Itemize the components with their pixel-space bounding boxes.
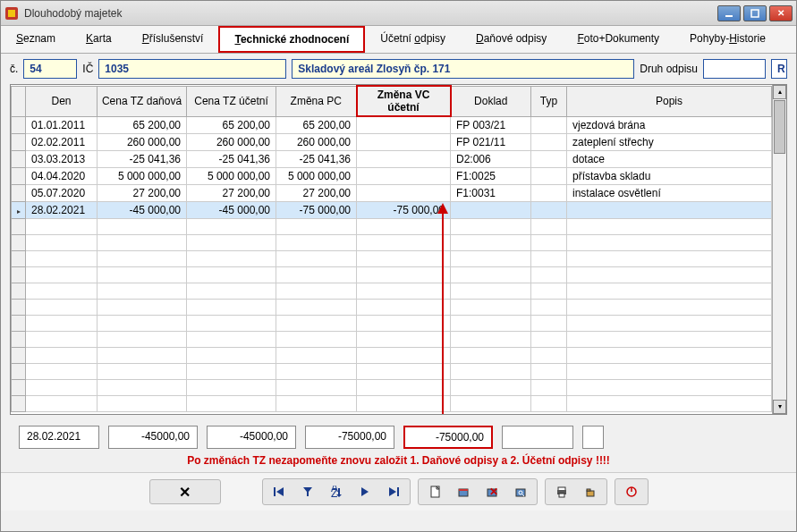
cell-pop[interactable]: vjezdová brána <box>567 116 772 133</box>
cell-dok[interactable] <box>451 363 531 379</box>
cell-zpc[interactable]: 65 200,00 <box>276 116 357 133</box>
col-doklad[interactable]: Doklad <box>451 86 531 116</box>
cell-zpc[interactable] <box>276 363 357 379</box>
cell-zvc[interactable] <box>357 250 451 266</box>
cell-zpc[interactable] <box>276 395 357 411</box>
col-zpc[interactable]: Změna PC <box>276 86 357 116</box>
cancel-button[interactable]: ✕ <box>149 479 221 504</box>
cell-ctzu[interactable] <box>187 234 276 250</box>
cell-pop[interactable]: zateplení střechy <box>567 133 772 150</box>
cell-typ[interactable] <box>531 184 567 201</box>
edit-ctzu[interactable]: -45000,00 <box>207 426 296 449</box>
cell-zvc[interactable]: -75 000,00 <box>357 201 451 218</box>
cell-ctzd[interactable] <box>98 379 187 395</box>
cell-dok[interactable] <box>451 234 531 250</box>
cell-zpc[interactable] <box>276 266 357 283</box>
cell-den[interactable] <box>26 250 98 266</box>
cell-ctzu[interactable]: 65 200,00 <box>187 116 276 133</box>
cell-den[interactable]: 04.04.2020 <box>26 167 98 184</box>
power-button[interactable] <box>619 481 644 502</box>
cell-zpc[interactable] <box>276 283 357 299</box>
export-button[interactable] <box>578 481 603 502</box>
cell-pop[interactable] <box>567 250 772 266</box>
cell-ctzu[interactable]: -25 041,36 <box>187 150 276 167</box>
cell-ctzu[interactable] <box>187 347 276 363</box>
cell-ctzu[interactable]: -45 000,00 <box>187 201 276 218</box>
cell-zpc[interactable] <box>276 347 357 363</box>
tab-pohyby-historie[interactable]: Pohyby-Historie <box>674 26 781 53</box>
cell-zpc[interactable] <box>276 299 357 315</box>
cell-pop[interactable] <box>567 234 772 250</box>
delete-button[interactable]: ✕ <box>479 481 504 502</box>
cell-dok[interactable] <box>451 315 531 331</box>
col-zvc[interactable]: Změna VC účetní <box>357 86 451 116</box>
cell-zvc[interactable] <box>357 234 451 250</box>
cell-ctzd[interactable] <box>98 250 187 266</box>
cell-ctzu[interactable]: 27 200,00 <box>187 184 276 201</box>
table-row[interactable] <box>12 299 772 315</box>
cell-typ[interactable] <box>531 250 567 266</box>
cell-typ[interactable] <box>531 395 567 411</box>
col-popis[interactable]: Popis <box>567 86 772 116</box>
table-row[interactable] <box>12 218 772 234</box>
cell-dok[interactable] <box>451 347 531 363</box>
cell-ctzd[interactable] <box>98 266 187 283</box>
cell-den[interactable] <box>26 266 98 283</box>
edit-date[interactable]: 28.02.2021 <box>19 426 99 449</box>
table-row[interactable]: 03.03.2013-25 041,36-25 041,36-25 041,36… <box>12 150 772 167</box>
cell-ctzd[interactable]: 260 000,00 <box>98 133 187 150</box>
cell-den[interactable] <box>26 315 98 331</box>
cell-ctzu[interactable] <box>187 250 276 266</box>
maximize-button[interactable] <box>743 5 767 21</box>
cell-den[interactable] <box>26 395 98 411</box>
table-row[interactable] <box>12 283 772 299</box>
cell-den[interactable] <box>26 218 98 234</box>
table-row[interactable] <box>12 315 772 331</box>
col-typ[interactable]: Typ <box>531 86 567 116</box>
cell-typ[interactable] <box>531 363 567 379</box>
table-row[interactable] <box>12 234 772 250</box>
cell-zpc[interactable]: 27 200,00 <box>276 184 357 201</box>
cell-zpc[interactable]: 260 000,00 <box>276 133 357 150</box>
cell-ctzu[interactable] <box>187 331 276 347</box>
c-field[interactable]: 54 <box>23 59 77 79</box>
cell-typ[interactable] <box>531 234 567 250</box>
cell-typ[interactable] <box>531 150 567 167</box>
table-row[interactable]: 01.01.201165 200,0065 200,0065 200,00FP … <box>12 116 772 133</box>
druh-r-field[interactable]: R <box>771 59 787 79</box>
cell-den[interactable] <box>26 234 98 250</box>
cell-ctzd[interactable] <box>98 299 187 315</box>
table-row[interactable] <box>12 250 772 266</box>
cell-zpc[interactable] <box>276 331 357 347</box>
next-button[interactable] <box>352 481 377 502</box>
cell-pop[interactable] <box>567 379 772 395</box>
cell-dok[interactable] <box>451 218 531 234</box>
cell-zvc[interactable] <box>357 116 451 133</box>
cell-dok[interactable] <box>451 395 531 411</box>
cell-ctzd[interactable] <box>98 315 187 331</box>
cell-pop[interactable] <box>567 315 772 331</box>
cell-dok[interactable]: FP 021/11 <box>451 133 531 150</box>
cell-zvc[interactable] <box>357 331 451 347</box>
cell-typ[interactable] <box>531 116 567 133</box>
cell-ctzu[interactable] <box>187 266 276 283</box>
filter-button[interactable] <box>295 481 320 502</box>
cell-ctzd[interactable]: 27 200,00 <box>98 184 187 201</box>
cell-dok[interactable]: FP 003/21 <box>451 116 531 133</box>
table-row[interactable] <box>12 395 772 411</box>
cell-dok[interactable] <box>451 283 531 299</box>
cell-zpc[interactable]: 5 000 000,00 <box>276 167 357 184</box>
cell-dok[interactable]: F1:0031 <box>451 184 531 201</box>
cell-den[interactable]: 03.03.2013 <box>26 150 98 167</box>
cell-zvc[interactable] <box>357 266 451 283</box>
cell-ctzu[interactable] <box>187 299 276 315</box>
last-button[interactable] <box>381 481 406 502</box>
cell-den[interactable] <box>26 283 98 299</box>
close-button[interactable]: ✕ <box>769 5 793 21</box>
cell-den[interactable] <box>26 379 98 395</box>
cell-ctzd[interactable] <box>98 347 187 363</box>
cell-zvc[interactable] <box>357 218 451 234</box>
cell-zvc[interactable] <box>357 133 451 150</box>
edit-typ[interactable] <box>582 426 604 449</box>
cell-zvc[interactable] <box>357 379 451 395</box>
